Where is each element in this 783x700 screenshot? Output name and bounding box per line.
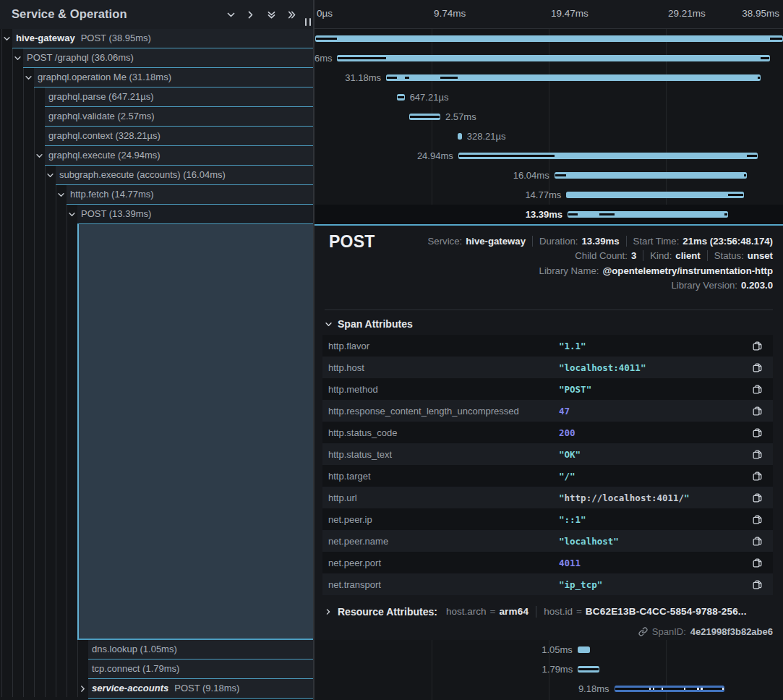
copy-icon[interactable] — [746, 443, 768, 465]
span-operation-label: POST (38.95ms) — [81, 33, 151, 43]
span-operation-label: graphql.parse (647.21µs) — [48, 91, 154, 102]
copy-icon[interactable] — [746, 573, 768, 595]
attribute-row: net.transport"ip_tcp" — [322, 573, 773, 595]
collapse-all-icon[interactable] — [267, 10, 276, 20]
detail-divider — [325, 310, 773, 310]
span-row[interactable]: graphql.parse (647.21µs) — [45, 88, 314, 107]
attribute-key: net.peer.port — [322, 558, 559, 568]
attribute-key: http.status_text — [322, 449, 559, 460]
span-bar[interactable] — [458, 133, 461, 140]
span-duration-label: 24.94ms — [417, 146, 453, 166]
attribute-row: net.peer.ip"::1" — [322, 508, 773, 530]
meta-label: Library Version: — [671, 280, 737, 291]
ruler-tick-label: 9.74ms — [434, 0, 466, 27]
child-span-tick — [684, 688, 685, 690]
span-row[interactable]: POST (13.39ms) — [77, 205, 314, 224]
span-row[interactable]: graphql.validate (2.57ms) — [45, 107, 314, 127]
attribute-value: "OK" — [559, 449, 746, 460]
copy-icon[interactable] — [746, 422, 768, 443]
span-bar[interactable] — [315, 35, 783, 43]
span-row[interactable]: hive-gatewayPOST (38.95ms) — [12, 29, 314, 48]
panel-divider[interactable] — [313, 0, 315, 700]
span-row[interactable]: subgraph.execute (accounts) (16.04ms) — [56, 166, 314, 185]
copy-icon[interactable] — [746, 465, 768, 487]
panel-resize-handle[interactable] — [305, 18, 311, 26]
attribute-key: http.response_content_length_uncompresse… — [322, 406, 559, 417]
attribute-key: http.flavor — [322, 341, 559, 351]
span-tree-panel: hive-gatewayPOST (38.95ms)POST /graphql … — [0, 0, 314, 700]
copy-icon[interactable] — [746, 508, 768, 530]
span-operation-label: subgraph.execute (accounts) (16.04ms) — [59, 169, 226, 180]
span-operation-label: tcp.connect (1.79ms) — [92, 663, 179, 674]
chevron-down-icon[interactable] — [35, 152, 43, 160]
chevron-down-icon[interactable] — [25, 74, 33, 82]
span-bar[interactable] — [578, 646, 590, 654]
meta-label: Child Count: — [575, 250, 628, 261]
span-service-name: hive-gateway — [16, 33, 81, 43]
attribute-value: "/" — [559, 471, 746, 482]
span-row[interactable]: dns.lookup (1.05ms) — [88, 640, 314, 660]
attribute-row: http.status_code200 — [322, 422, 773, 443]
span-attributes-header[interactable]: Span Attributes — [325, 315, 413, 333]
resource-key: host.id — [544, 606, 573, 617]
collapse-one-icon[interactable] — [226, 10, 236, 20]
attribute-key: net.peer.ip — [322, 514, 559, 525]
attribute-key: http.url — [322, 492, 559, 503]
span-row[interactable]: service-accountsPOST (9.18ms) — [88, 679, 314, 699]
indent-guide — [34, 29, 35, 697]
span-bar-gap — [578, 668, 599, 670]
expand-one-icon[interactable] — [246, 10, 255, 20]
chevron-down-icon[interactable] — [68, 210, 76, 218]
span-row[interactable]: graphql.context (328.21µs) — [45, 127, 314, 146]
attribute-key: net.peer.name — [322, 536, 559, 547]
attribute-value: "1.1" — [559, 341, 746, 351]
span-duration-label: 31.18ms — [345, 68, 381, 88]
meta-value: unset — [748, 250, 773, 261]
span-bar[interactable] — [566, 192, 743, 199]
span-duration-label: 647.21µs — [410, 88, 449, 107]
span-bar-gap — [747, 155, 757, 157]
copy-icon[interactable] — [746, 552, 768, 573]
span-bar[interactable] — [568, 211, 728, 218]
span-row[interactable]: graphql.execute (24.94ms) — [45, 146, 314, 166]
attribute-row: http.target"/" — [322, 465, 773, 487]
copy-icon[interactable] — [746, 335, 768, 357]
chevron-right-icon[interactable] — [79, 685, 87, 693]
meta-value: 3 — [631, 250, 636, 261]
meta-separator — [643, 250, 643, 261]
resource-value: BC62E13B-C4CC-5854-9788-256... — [586, 606, 747, 617]
meta-value: 13.39ms — [582, 236, 620, 247]
span-row[interactable]: http.fetch (14.77ms) — [67, 185, 314, 205]
span-row[interactable]: graphql.operation Me (31.18ms) — [34, 68, 314, 88]
span-bar-gap — [728, 194, 743, 196]
span-duration-label: 1.79ms — [542, 660, 573, 679]
link-icon[interactable] — [638, 627, 648, 636]
expand-all-icon[interactable] — [287, 10, 296, 20]
resource-attributes-row[interactable]: Resource Attributes: host.arch=arm64host… — [325, 602, 747, 621]
copy-icon[interactable] — [746, 400, 768, 422]
meta-label: Kind: — [650, 250, 672, 261]
copy-icon[interactable] — [746, 378, 768, 400]
copy-icon[interactable] — [746, 487, 768, 508]
ruler-tick-label: 29.21ms — [668, 0, 706, 27]
child-span-tick — [649, 688, 651, 690]
meta-value: 0.203.0 — [741, 280, 773, 291]
span-bar-gap — [568, 213, 578, 215]
span-row[interactable]: POST /graphql (36.06ms) — [23, 48, 314, 68]
chevron-down-icon[interactable] — [3, 35, 11, 43]
chevron-down-icon[interactable] — [14, 54, 22, 62]
span-detail-title: POST — [329, 232, 375, 252]
chevron-down-icon[interactable] — [57, 191, 65, 199]
span-operation-label: graphql.validate (2.57ms) — [48, 111, 155, 121]
span-detail-panel: POST Service:hive-gatewayDuration:13.39m… — [315, 224, 783, 640]
span-row[interactable]: tcp.connect (1.79ms) — [88, 660, 314, 679]
span-bar[interactable] — [337, 55, 770, 62]
span-bar[interactable] — [555, 172, 747, 179]
chevron-down-icon[interactable] — [46, 171, 54, 179]
meta-value: client — [675, 250, 700, 261]
copy-icon[interactable] — [746, 530, 768, 552]
span-duration-label: 328.21µs — [467, 127, 506, 146]
attribute-key: http.status_code — [322, 427, 559, 438]
copy-icon[interactable] — [746, 357, 768, 378]
span-meta-line: Library Name:@opentelemetry/instrumentat… — [539, 263, 773, 278]
